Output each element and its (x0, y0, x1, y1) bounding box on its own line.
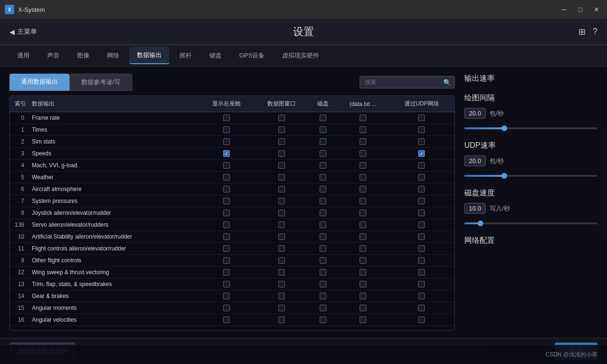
checkbox-datatxt[interactable] (360, 245, 366, 252)
row-datatxt[interactable] (337, 278, 389, 290)
checkbox-cockpit[interactable] (223, 305, 230, 311)
row-cockpit[interactable] (199, 231, 255, 243)
checkbox-disk[interactable] (320, 150, 326, 157)
row-datatxt[interactable] (337, 290, 389, 302)
row-udp[interactable] (389, 207, 454, 219)
row-cockpit[interactable] (199, 243, 255, 255)
checkbox-cockpit[interactable] (223, 210, 230, 216)
checkbox-window[interactable] (278, 150, 285, 157)
checkbox-window[interactable] (278, 257, 285, 264)
row-disk[interactable] (309, 172, 337, 183)
checkbox-datatxt[interactable] (360, 115, 366, 121)
settings-icon[interactable]: ⊞ (578, 27, 586, 37)
close-button[interactable]: ✕ (591, 4, 602, 15)
checkbox-datatxt[interactable] (360, 174, 366, 181)
checkbox-cockpit[interactable] (223, 126, 230, 133)
udp-rate-slider-track[interactable] (464, 175, 597, 177)
row-disk[interactable] (309, 124, 337, 136)
row-udp[interactable] (389, 267, 454, 278)
maximize-button[interactable]: □ (575, 4, 586, 15)
checkbox-cockpit[interactable] (223, 186, 230, 192)
tab-data-output[interactable]: 数据输出 (129, 47, 169, 64)
checkbox-udp[interactable] (418, 198, 425, 204)
checkbox-window[interactable] (278, 245, 285, 252)
checkbox-datatxt[interactable] (360, 293, 366, 299)
checkbox-datatxt[interactable] (360, 138, 366, 145)
checkbox-window[interactable] (278, 269, 285, 276)
row-disk[interactable] (309, 314, 337, 326)
checkbox-disk[interactable] (320, 138, 326, 145)
checkbox-cockpit[interactable] (223, 138, 230, 145)
row-disk[interactable] (309, 207, 337, 219)
draw-interval-slider-track[interactable] (464, 127, 597, 129)
checkbox-cockpit[interactable] (223, 257, 230, 264)
row-udp[interactable] (389, 278, 454, 290)
checkbox-datatxt[interactable] (360, 162, 366, 169)
row-window[interactable] (254, 290, 309, 302)
back-button[interactable]: ◀ 主菜单 (10, 28, 37, 36)
row-datatxt[interactable] (337, 183, 389, 195)
row-cockpit[interactable] (199, 183, 255, 195)
row-disk[interactable] (309, 136, 337, 148)
row-udp[interactable] (389, 219, 454, 231)
checkbox-cockpit[interactable] (223, 198, 230, 204)
checkbox-disk[interactable] (320, 233, 326, 240)
row-cockpit[interactable] (199, 195, 255, 207)
row-disk[interactable] (309, 231, 337, 243)
checkbox-window[interactable] (278, 316, 285, 323)
checkbox-disk[interactable] (320, 305, 326, 311)
row-datatxt[interactable] (337, 302, 389, 314)
tab-gps[interactable]: GPS设备 (232, 48, 272, 64)
row-disk[interactable] (309, 290, 337, 302)
row-cockpit[interactable] (199, 112, 255, 124)
row-udp[interactable] (389, 290, 454, 302)
checkbox-window[interactable] (278, 293, 285, 299)
row-udp[interactable] (389, 255, 454, 267)
row-datatxt[interactable] (337, 207, 389, 219)
tab-network[interactable]: 网络 (99, 48, 127, 64)
row-disk[interactable] (309, 183, 337, 195)
checkbox-datatxt[interactable] (360, 305, 366, 311)
checkbox-cockpit[interactable] (223, 162, 230, 169)
row-cockpit[interactable] (199, 148, 255, 160)
row-datatxt[interactable] (337, 124, 389, 136)
row-disk[interactable] (309, 148, 337, 160)
checkbox-cockpit[interactable] (223, 293, 230, 299)
checkbox-cockpit[interactable] (223, 115, 230, 121)
row-datatxt[interactable] (337, 112, 389, 124)
tab-joystick[interactable]: 摇杆 (172, 48, 199, 64)
row-window[interactable] (254, 172, 309, 183)
row-cockpit[interactable] (199, 278, 255, 290)
row-datatxt[interactable] (337, 172, 389, 183)
row-window[interactable] (254, 148, 309, 160)
checkbox-udp[interactable] (418, 293, 425, 299)
row-window[interactable] (254, 267, 309, 278)
row-udp[interactable] (389, 148, 454, 160)
row-udp[interactable] (389, 195, 454, 207)
row-window[interactable] (254, 124, 309, 136)
checkbox-cockpit[interactable] (223, 221, 230, 228)
checkbox-udp[interactable] (418, 221, 425, 228)
row-udp[interactable] (389, 136, 454, 148)
checkbox-window[interactable] (278, 115, 285, 121)
checkbox-window[interactable] (278, 281, 285, 287)
checkbox-window[interactable] (278, 198, 285, 204)
checkbox-window[interactable] (278, 186, 285, 192)
row-window[interactable] (254, 219, 309, 231)
checkbox-datatxt[interactable] (360, 186, 366, 192)
checkbox-udp[interactable] (418, 138, 425, 145)
checkbox-disk[interactable] (320, 316, 326, 323)
checkbox-disk[interactable] (320, 126, 326, 133)
checkbox-datatxt[interactable] (360, 269, 366, 276)
row-datatxt[interactable] (337, 160, 389, 172)
row-window[interactable] (254, 231, 309, 243)
row-disk[interactable] (309, 267, 337, 278)
sub-tab-general[interactable]: 通用数据输出 (10, 74, 69, 91)
minimize-button[interactable]: ─ (558, 4, 570, 15)
row-udp[interactable] (389, 302, 454, 314)
checkbox-disk[interactable] (320, 198, 326, 204)
tab-vr[interactable]: 虚拟现实硬件 (274, 48, 327, 64)
checkbox-datatxt[interactable] (360, 198, 366, 204)
checkbox-disk[interactable] (320, 174, 326, 181)
checkbox-disk[interactable] (320, 186, 326, 192)
